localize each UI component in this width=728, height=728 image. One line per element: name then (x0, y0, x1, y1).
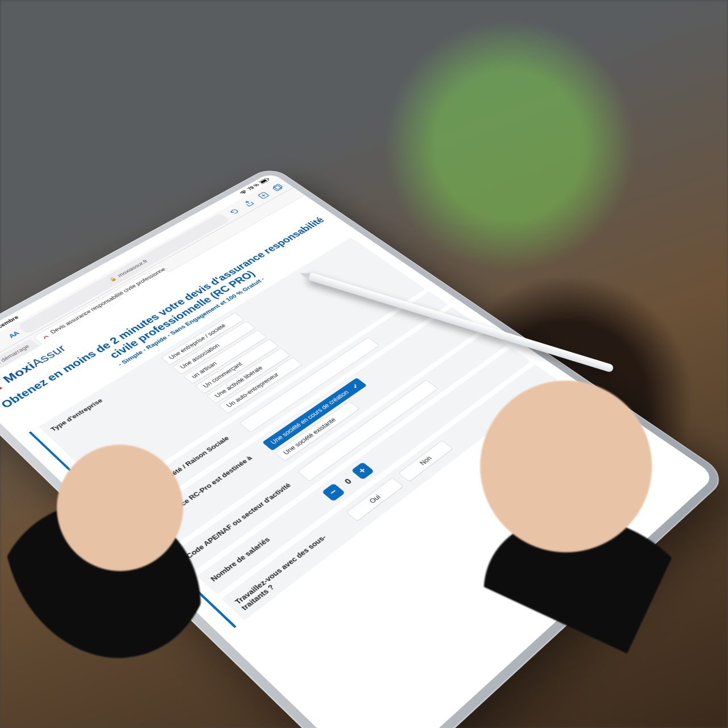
tablet-device: 08:38 Vendredi 2 décembre 79 % (0, 166, 728, 728)
site-favicon (40, 332, 51, 340)
text-size-button[interactable]: AA (7, 330, 20, 339)
svg-rect-2 (260, 179, 267, 183)
stepper-minus[interactable]: − (321, 483, 345, 502)
wifi-icon (239, 189, 249, 195)
lock-icon: 🔒 (108, 276, 118, 283)
stepper-value: 0 (342, 477, 354, 486)
stepper-plus[interactable]: + (351, 462, 374, 480)
